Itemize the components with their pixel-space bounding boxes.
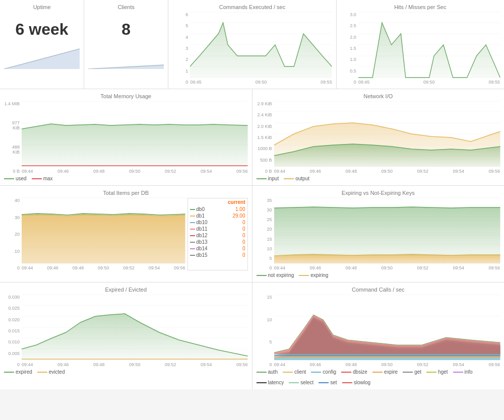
expiring-card: Expiring vs Not-Expiring Keys 3530252015… [253, 186, 505, 282]
command-calls-x-labels: 09:4409:4609:4809:5009:5209:5409:56 [274, 362, 500, 367]
hits-y-axis: 3.02.52.01.51.00.50 [341, 12, 358, 85]
clients-value: 8 [88, 20, 164, 39]
expired-card: Expired / Evicted 0.0300.0250.0200.0150.… [0, 283, 252, 389]
command-calls-legend: auth client config dbsize expire get hge… [257, 369, 500, 385]
hits-card: Hits / Misses per Sec 3.02.52.01.51.00.5… [337, 0, 504, 89]
commands-title: Commands Executed / sec [172, 4, 332, 10]
items-y-axis: 403020100 [4, 198, 22, 270]
commands-y-axis: 6543210 [172, 12, 190, 85]
items-per-db-title: Total Items per DB [4, 190, 248, 196]
memory-x-labels: 09:4409:4609:4809:5009:5209:5409:56 [22, 169, 248, 174]
uptime-card: Uptime 6 week [0, 0, 84, 89]
memory-y-axis: 1.4 MiB977 KiB488 KiB0 B [4, 101, 22, 174]
network-title: Network I/O [257, 93, 500, 99]
svg-marker-9 [190, 23, 332, 78]
network-legend: input output [257, 176, 500, 181]
expired-x-labels: 09:4409:4609:4809:5009:5209:5409:56 [22, 362, 248, 367]
items-per-db-card: Total Items per DB 403020100 [0, 186, 252, 282]
expiring-title: Expiring vs Not-Expiring Keys [257, 190, 500, 196]
clients-card: Clients 8 [84, 0, 168, 89]
commands-card: Commands Executed / sec 6543210 [168, 0, 336, 89]
svg-marker-49 [274, 207, 500, 256]
items-x-labels: 09:4409:4609:4809:5009:5209:5409:56 [22, 265, 185, 270]
svg-marker-17 [358, 23, 500, 78]
command-calls-card: Command Calls / sec 151050 [253, 283, 505, 389]
command-calls-title: Command Calls / sec [257, 287, 500, 293]
expiring-y-axis: 35302520151050 [257, 198, 274, 270]
commands-x-labels: 09:4509:5009:55 [190, 80, 332, 85]
hits-x-labels: 09:4509:5009:55 [358, 80, 500, 85]
clients-title: Clients [88, 4, 164, 10]
memory-card: Total Memory Usage 1.4 MiB977 KiB488 KiB… [0, 89, 252, 185]
expired-y-axis: 0.0300.0250.0200.0150.0100.0050 [4, 295, 22, 367]
memory-legend: used max [4, 176, 248, 181]
network-card: Network I/O 2.9 KiB2.4 KiB2.0 KiB1.5 KiB… [253, 89, 505, 185]
command-calls-y-axis: 151050 [257, 295, 274, 367]
svg-marker-38 [22, 215, 185, 263]
svg-marker-67 [274, 315, 500, 354]
expired-legend: expired evicted [4, 369, 248, 375]
expiring-x-labels: 09:4409:4609:4809:5009:5209:5409:56 [274, 265, 500, 270]
svg-marker-22 [22, 124, 248, 167]
memory-title: Total Memory Usage [4, 93, 248, 99]
expiring-legend: not expiring expiring [257, 272, 500, 278]
db-legend-table: current db01.00 db129.00 db100 db110 db1… [187, 198, 248, 270]
network-y-axis: 2.9 KiB2.4 KiB2.0 KiB1.5 KiB1000 B500 B0… [257, 101, 274, 174]
uptime-title: Uptime [4, 4, 80, 10]
uptime-value: 6 week [4, 20, 80, 39]
expired-title: Expired / Evicted [4, 287, 248, 293]
hits-title: Hits / Misses per Sec [341, 4, 500, 10]
network-x-labels: 09:4409:4609:4809:5009:5209:5409:56 [274, 169, 500, 174]
current-label: current [188, 198, 247, 206]
